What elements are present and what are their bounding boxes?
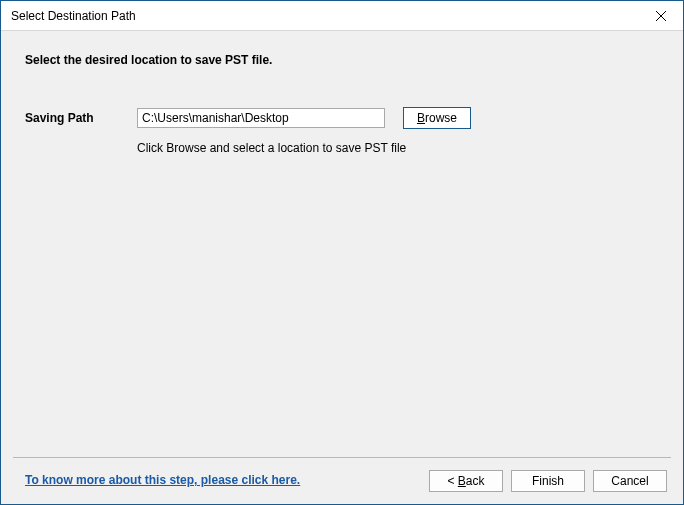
- saving-path-label: Saving Path: [25, 111, 137, 125]
- content-area: Select the desired location to save PST …: [1, 31, 683, 504]
- help-link[interactable]: To know more about this step, please cli…: [25, 473, 300, 487]
- browse-button[interactable]: Browse: [403, 107, 471, 129]
- close-button[interactable]: [638, 1, 683, 31]
- back-prefix: <: [447, 474, 457, 488]
- back-mnemonic: B: [458, 474, 466, 488]
- back-button[interactable]: < Back: [429, 470, 503, 492]
- instruction-text: Select the desired location to save PST …: [25, 53, 659, 67]
- finish-button[interactable]: Finish: [511, 470, 585, 492]
- cancel-button[interactable]: Cancel: [593, 470, 667, 492]
- footer-area: To know more about this step, please cli…: [1, 457, 683, 504]
- titlebar: Select Destination Path: [1, 1, 683, 31]
- back-rest: ack: [466, 474, 485, 488]
- browse-rest: rowse: [425, 111, 457, 125]
- browse-mnemonic: B: [417, 111, 425, 125]
- hint-text: Click Browse and select a location to sa…: [137, 141, 659, 155]
- button-row: < Back Finish Cancel: [429, 470, 667, 492]
- close-icon: [656, 11, 666, 21]
- footer-divider: [13, 457, 671, 458]
- window-title: Select Destination Path: [11, 9, 136, 23]
- dialog-window: Select Destination Path Select the desir…: [0, 0, 684, 505]
- saving-path-input[interactable]: [137, 108, 385, 128]
- saving-path-row: Saving Path Browse: [25, 107, 659, 129]
